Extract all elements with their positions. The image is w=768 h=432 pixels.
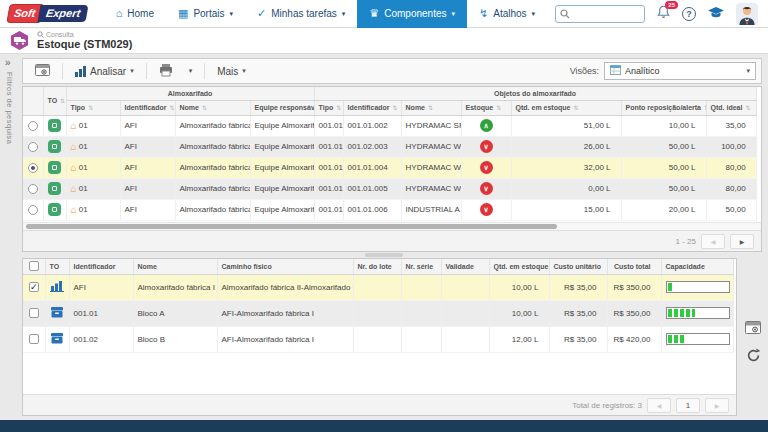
prev-page-button[interactable]: ◀ [701,234,725,249]
table-row[interactable]: 001.01Bloco AAFI-Almoxarifado fábrica I1… [23,300,733,326]
to-icon[interactable] [48,182,61,195]
cell-nome2: HYDRAMAC WC22 [401,136,461,157]
row-radio[interactable] [28,121,38,131]
help-button[interactable]: ? [682,7,696,21]
column-header-to[interactable]: TO [45,259,69,274]
row-radio[interactable] [28,184,38,194]
column-header-custo-unitario[interactable]: Custo unitário [549,259,607,274]
cell-identificador: AFI [120,199,175,220]
table-row[interactable]: ⌂ 01AFIAlmoxarifado fábrica IEquipe Almo… [23,115,756,136]
search-box[interactable] [555,5,645,23]
column-header-capacidade[interactable]: Capacidade [661,259,733,274]
capacity-bar [666,307,730,319]
column-header-to[interactable]: TO [43,87,66,115]
search-input[interactable] [573,9,641,19]
column-header-lote[interactable]: Nr. do lote [353,259,401,274]
box-icon[interactable] [50,311,64,320]
nav-item-shortcuts[interactable]: ↯Atalhos▾ [467,0,547,28]
factory-icon[interactable] [50,285,64,294]
to-icon[interactable] [48,119,61,132]
to-icon[interactable] [48,140,61,153]
table-row[interactable]: ⌂ 01AFIAlmoxarifado fábrica IEquipe Almo… [23,199,756,220]
nav-item-tasks[interactable]: ✓Minhas tarefas▾ [245,0,357,28]
cell-nome: Almoxarifado fábrica I [175,136,250,157]
table-row[interactable]: ⌂ 01AFIAlmoxarifado fábrica IEquipe Almo… [23,178,756,199]
column-header-tipo2[interactable]: Tipo [314,100,343,115]
views-select[interactable]: Analítico ▾ [604,62,756,80]
nav-item-components[interactable]: ♛Componentes▾ [357,0,467,28]
table-row[interactable]: 001.02Bloco BAFI-Almoxarifado fábrica I1… [23,326,733,352]
cell-tipo2: 001.01 [314,157,343,178]
scrollbar-thumb[interactable] [26,224,557,229]
avatar[interactable] [736,3,758,25]
chevron-down-icon: ▾ [342,10,346,18]
nav-item-label: Portais [193,8,224,19]
cell-qtd: 26,00 L [511,136,621,157]
cell-validade [441,326,489,352]
refresh-button[interactable] [746,348,761,367]
row-radio[interactable] [28,142,38,152]
row-checkbox[interactable] [29,308,39,318]
nav-item-home[interactable]: ⌂Home [104,0,166,28]
cell-qtd: 15,00 L [511,199,621,220]
table-row[interactable]: ⌂ 01AFIAlmoxarifado fábrica IEquipe Almo… [23,157,756,178]
row-radio[interactable] [28,205,38,215]
column-header-validade[interactable]: Validade [441,259,489,274]
box-icon[interactable] [50,337,64,346]
column-header-qtd[interactable]: Qtd. em estoque [511,100,621,115]
table-row[interactable]: AFIAlmoxarifado fábrica IAlmoxarifado fá… [23,274,733,300]
capacity-bar [666,281,730,293]
column-header-nome[interactable]: Nome [133,259,217,274]
nav-item-portals[interactable]: ▦Portais▾ [166,0,245,28]
column-header-identificador[interactable]: Identificador [120,100,175,115]
table-row[interactable]: ⌂ 01AFIAlmoxarifado fábrica IEquipe Almo… [23,136,756,157]
analyze-button[interactable]: Analisar ▾ [68,63,141,80]
select-all-checkbox[interactable] [29,261,39,271]
column-header-qtd[interactable]: Qtd. em estoque [489,259,549,274]
row-radio[interactable] [28,163,38,173]
data-view-button[interactable] [28,61,57,81]
column-header-identificador[interactable]: Identificador [69,259,133,274]
column-header-nome[interactable]: Nome [175,100,250,115]
to-icon[interactable] [48,203,61,216]
cell-validade [441,274,489,300]
column-header-caminho[interactable]: Caminho físico [217,259,353,274]
column-header-custo-total[interactable]: Custo total [607,259,661,274]
next-page-button[interactable]: ▶ [705,398,729,413]
to-icon[interactable] [48,161,61,174]
column-header-estoque[interactable]: Estoque [461,100,511,115]
row-checkbox[interactable] [29,334,39,344]
column-header-equipe[interactable]: Equipe responsável [250,100,314,115]
horizontal-scrollbar[interactable] [23,222,761,230]
prev-page-button[interactable]: ◀ [647,398,671,413]
views-label: Visões: [570,66,599,76]
column-header-tipo[interactable]: Tipo [66,100,120,115]
training-button[interactable] [708,5,724,23]
cell-nome2: HYDRAMAC WC46 [401,178,461,199]
column-header-identificador2[interactable]: Identificador [343,100,401,115]
current-page-button[interactable]: 1 [676,398,700,413]
chevron-down-icon: ▾ [452,10,456,18]
column-header-nome2[interactable]: Nome [401,100,461,115]
cell-capacidade [661,300,733,326]
cell-ponto: 20,00 L [621,199,706,220]
print-button[interactable] [152,61,180,82]
cell-ideal: 100,00 [706,136,756,157]
more-button[interactable]: Mais ▾ [210,63,253,80]
nav-item-label: Componentes [384,8,446,19]
print-options-button[interactable]: ▾ [182,64,200,78]
column-header-ponto[interactable]: Ponto reposição/alerta [621,100,706,115]
column-header-serie[interactable]: Nr. série [401,259,441,274]
cell-serie [401,300,441,326]
row-checkbox[interactable] [29,282,39,292]
column-header-ideal[interactable]: Qtd. ideal [706,100,756,115]
cell-radio [23,178,43,199]
notifications-button[interactable]: 25 [657,5,670,23]
cell-identificador2: 001.02.003 [343,136,401,157]
cell-qtd: 51,00 L [511,115,621,136]
expand-filters-button[interactable]: » [0,54,20,72]
cell-equipe: Equipe Almoxarifado [250,136,314,157]
data-view-button[interactable] [745,320,761,338]
next-page-button[interactable]: ▶ [730,234,754,249]
splitter-handle[interactable] [365,253,403,257]
